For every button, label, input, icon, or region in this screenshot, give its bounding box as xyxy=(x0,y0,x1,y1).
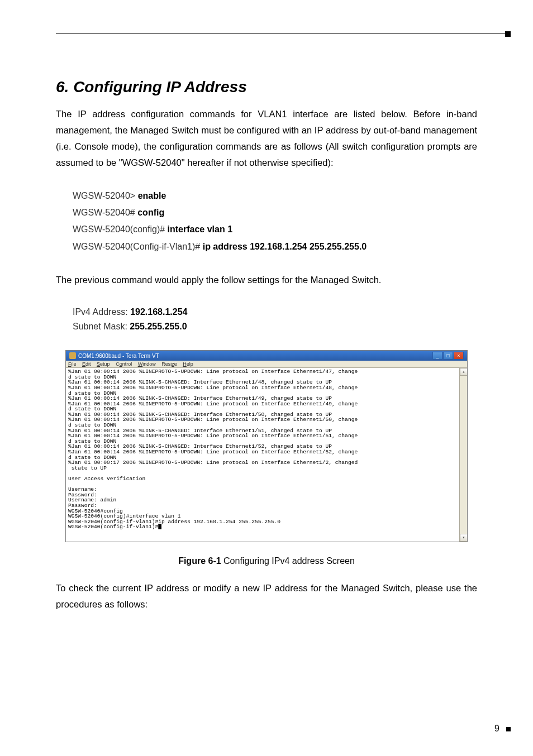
prompt-2: WGSW-52040# xyxy=(73,208,137,217)
page-content: 6. Configuring IP Address The IP address… xyxy=(0,22,533,613)
prompt-4: WGSW-52040(Config-if-Vlan1)# xyxy=(73,242,203,251)
page-number: 9 xyxy=(494,724,499,734)
menu-resize[interactable]: Resize xyxy=(161,361,177,367)
command-block: WGSW-52040> enable WGSW-52040# config WG… xyxy=(56,182,477,261)
result-paragraph: The previous command would apply the fol… xyxy=(56,272,477,288)
scroll-up-icon[interactable]: ▴ xyxy=(460,368,467,376)
check-paragraph: To check the current IP address or modif… xyxy=(56,580,477,613)
subnet-value: 255.255.255.0 xyxy=(130,322,187,331)
terminal-titlebar: COM1:9600baud - Tera Term VT _ □ × xyxy=(66,351,467,361)
figure-caption: Figure 6-1 Configuring IPv4 address Scre… xyxy=(56,556,477,566)
terminal-screenshot: COM1:9600baud - Tera Term VT _ □ × File … xyxy=(65,350,468,542)
terminal-title: COM1:9600baud - Tera Term VT xyxy=(78,353,159,359)
prompt-1: WGSW-52040> xyxy=(73,191,138,200)
terminal-scrollbar[interactable]: ▴ ▾ xyxy=(459,368,467,542)
header-marker xyxy=(505,31,511,37)
close-icon[interactable]: × xyxy=(454,352,464,360)
figure-label: Figure 6-1 xyxy=(178,556,221,566)
header-rule xyxy=(56,34,511,34)
figure-text: Configuring IPv4 address Screen xyxy=(221,556,355,566)
terminal-app-icon xyxy=(69,352,76,359)
cmd-1: enable xyxy=(138,191,166,200)
settings-block: IPv4 Address: 192.168.1.254 Subnet Mask:… xyxy=(56,299,477,339)
ipv4-value: 192.168.1.254 xyxy=(130,307,187,317)
menu-edit[interactable]: Edit xyxy=(82,361,91,367)
menu-window[interactable]: Window xyxy=(138,361,156,367)
cmd-4: ip address 192.168.1.254 255.255.255.0 xyxy=(203,242,367,251)
maximize-icon[interactable]: □ xyxy=(443,352,453,360)
scroll-down-icon[interactable]: ▾ xyxy=(460,534,467,542)
subnet-label: Subnet Mask: xyxy=(73,322,130,331)
menu-file[interactable]: File xyxy=(68,361,77,367)
menu-help[interactable]: Help xyxy=(183,361,193,367)
terminal-output: %Jan 01 00:00:14 2006 %LINEPROTO-5-UPDOW… xyxy=(68,369,465,540)
menu-control[interactable]: Control xyxy=(116,361,132,367)
window-controls: _ □ × xyxy=(432,352,464,360)
page-marker xyxy=(506,727,511,731)
intro-paragraph: The IP address configuration commands fo… xyxy=(56,106,477,171)
cmd-2: config xyxy=(137,208,164,217)
terminal-body: %Jan 01 00:00:14 2006 %LINEPROTO-5-UPDOW… xyxy=(66,368,467,542)
minimize-icon[interactable]: _ xyxy=(432,352,442,360)
cmd-3: interface vlan 1 xyxy=(168,224,233,234)
terminal-menubar: File Edit Setup Control Window Resize He… xyxy=(66,361,467,368)
section-heading: 6. Configuring IP Address xyxy=(56,78,477,96)
menu-setup[interactable]: Setup xyxy=(97,361,110,367)
prompt-3: WGSW-52040(config)# xyxy=(73,224,168,234)
ipv4-label: IPv4 Address: xyxy=(73,307,130,317)
